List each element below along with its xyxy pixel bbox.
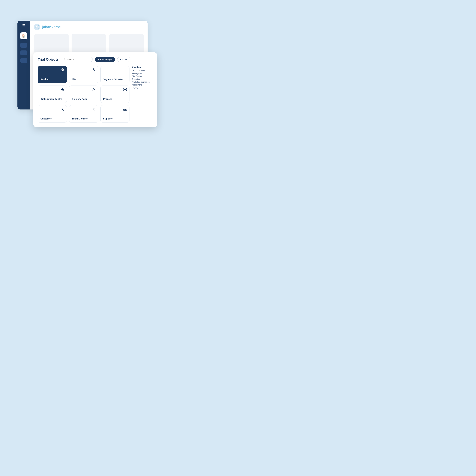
svg-point-23 bbox=[62, 108, 63, 109]
logo-part1: jahan bbox=[42, 25, 51, 29]
card-site[interactable]: Site bbox=[69, 66, 98, 83]
nav-item-4[interactable] bbox=[20, 58, 27, 63]
card-product[interactable]: Product bbox=[38, 66, 67, 83]
svg-point-9 bbox=[125, 69, 125, 69]
card-supplier[interactable]: Supplier bbox=[101, 105, 130, 123]
svg-point-16 bbox=[126, 71, 126, 71]
use-case-item[interactable]: Loyalty bbox=[132, 87, 153, 89]
use-case-item[interactable]: Product Launch bbox=[132, 69, 153, 72]
use-case-title: Use Case bbox=[132, 66, 153, 68]
svg-point-8 bbox=[124, 69, 124, 69]
svg-point-27 bbox=[126, 110, 126, 111]
fg-header: Trial Objects ✦ Auto Suggest Choose bbox=[38, 57, 153, 62]
svg-point-13 bbox=[126, 70, 126, 70]
svg-point-7 bbox=[93, 69, 94, 70]
foreground-window: Trial Objects ✦ Auto Suggest Choose bbox=[33, 52, 157, 127]
svg-rect-25 bbox=[123, 109, 125, 110]
card-icon-delivery bbox=[92, 88, 96, 92]
use-case-item[interactable]: Pricing/Promo bbox=[132, 72, 153, 75]
bg-cards bbox=[34, 34, 144, 53]
auto-suggest-label: Auto Suggest bbox=[100, 58, 113, 61]
nav-item-3[interactable] bbox=[20, 51, 27, 55]
card-label-product: Product bbox=[40, 78, 50, 81]
objects-grid: Product Site Segment / Cluster Distribut… bbox=[38, 66, 130, 123]
card-delivery[interactable]: Delivery Path bbox=[69, 85, 98, 103]
svg-point-12 bbox=[125, 70, 125, 70]
logo-part2: Verse bbox=[51, 25, 61, 29]
sidebar: ☰ 🏠 bbox=[17, 21, 30, 109]
card-label-segment: Segment / Cluster bbox=[103, 78, 123, 81]
card-label-supplier: Supplier bbox=[103, 117, 113, 120]
nav-item-2[interactable] bbox=[20, 43, 27, 48]
card-label-site: Site bbox=[72, 78, 76, 81]
svg-point-10 bbox=[126, 69, 126, 69]
card-label-team: Team Member bbox=[72, 117, 87, 120]
app-logo-text: jahanVerse bbox=[42, 25, 61, 29]
bg-card-3 bbox=[109, 34, 144, 53]
card-icon-customer bbox=[61, 108, 64, 112]
search-icon bbox=[64, 58, 66, 61]
svg-rect-21 bbox=[124, 90, 125, 91]
card-icon-product bbox=[61, 68, 64, 73]
fg-body: Product Site Segment / Cluster Distribut… bbox=[38, 66, 153, 123]
use-case-item[interactable]: Site Feature bbox=[132, 75, 153, 77]
card-icon-team bbox=[92, 108, 96, 112]
nav-home[interactable]: 🏠 bbox=[20, 32, 27, 39]
fg-body-inner: Product Site Segment / Cluster Distribut… bbox=[38, 66, 153, 123]
auto-suggest-button[interactable]: ✦ Auto Suggest bbox=[95, 57, 115, 62]
card-segment[interactable]: Segment / Cluster bbox=[101, 66, 130, 83]
logo-circle bbox=[34, 24, 40, 30]
scene: ☰ 🏠 jahanVerse bbox=[17, 21, 154, 151]
app-header: jahanVerse bbox=[34, 24, 144, 30]
bg-card-1 bbox=[34, 34, 69, 53]
use-case-list: Product LaunchPricing/PromoSite FeatureO… bbox=[132, 69, 153, 89]
svg-line-4 bbox=[65, 60, 66, 60]
card-label-process: Process bbox=[103, 98, 112, 100]
card-icon-site bbox=[92, 68, 96, 73]
card-icon-supplier bbox=[123, 108, 127, 112]
svg-point-11 bbox=[124, 70, 124, 70]
use-case-panel: Use Case Product LaunchPricing/PromoSite… bbox=[132, 66, 153, 123]
card-team[interactable]: Team Member bbox=[69, 105, 98, 123]
card-process[interactable]: Process bbox=[101, 85, 130, 103]
svg-rect-6 bbox=[62, 70, 63, 71]
card-icon-process bbox=[123, 88, 127, 92]
page-title: Trial Objects bbox=[38, 57, 59, 62]
objects-grid-container: Product Site Segment / Cluster Distribut… bbox=[38, 66, 130, 123]
use-case-item[interactable]: Marketing Campaign bbox=[132, 81, 153, 83]
svg-point-14 bbox=[124, 71, 124, 71]
svg-point-2 bbox=[36, 26, 37, 27]
menu-icon[interactable]: ☰ bbox=[22, 24, 25, 28]
use-case-item[interactable]: Assortment bbox=[132, 84, 153, 86]
choose-button[interactable]: Choose bbox=[117, 57, 130, 62]
card-icon-segment bbox=[123, 68, 127, 73]
card-icon-distribution bbox=[61, 88, 64, 92]
sparkle-icon: ✦ bbox=[97, 58, 99, 61]
card-customer[interactable]: Customer bbox=[38, 105, 67, 123]
card-label-customer: Customer bbox=[40, 117, 51, 120]
svg-rect-22 bbox=[125, 90, 126, 91]
svg-point-26 bbox=[124, 110, 124, 111]
svg-point-15 bbox=[125, 71, 125, 71]
svg-rect-20 bbox=[125, 88, 126, 89]
card-label-distribution: Distribution Centre bbox=[40, 98, 62, 100]
svg-rect-19 bbox=[124, 88, 125, 89]
search-input[interactable] bbox=[67, 58, 90, 61]
use-case-item[interactable]: Operation bbox=[132, 78, 153, 80]
search-box[interactable] bbox=[61, 57, 93, 62]
card-distribution[interactable]: Distribution Centre bbox=[38, 85, 67, 103]
bg-card-2 bbox=[71, 34, 106, 53]
card-label-delivery: Delivery Path bbox=[72, 98, 87, 100]
